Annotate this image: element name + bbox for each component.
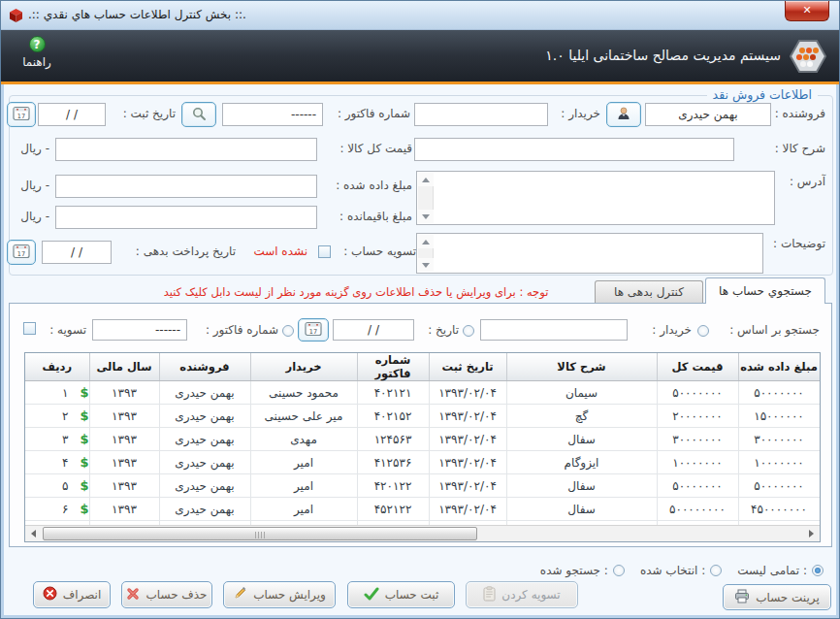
search-settled-checkbox[interactable]: [23, 322, 36, 335]
table-row[interactable]: $۳ ۱۳۹۳ بهمن حیدری مهدی ۱۲۴۵۶۳ ۱۳۹۳/۰۲/۰…: [25, 428, 820, 451]
remaining-amount-input[interactable]: [55, 206, 317, 229]
clipboard-icon: [483, 586, 496, 604]
search-date-label: تاریخ :: [428, 323, 459, 337]
sale-info-group-title: اطلاعات فروش نقد: [707, 87, 818, 102]
paid-amount-label: مبلغ داده شده :: [336, 179, 412, 192]
debt-date-calendar-button[interactable]: 17: [7, 240, 36, 265]
search-by-invoice-radio[interactable]: [282, 325, 294, 337]
dollar-icon: $: [80, 502, 88, 516]
seller-label: فروشنده :: [775, 107, 825, 120]
table-row[interactable]: $۶ ۱۳۹۳ بهمن حیدری امیر ۴۵۲۱۲۲ ۱۳۹۳/۰۲/۰…: [25, 498, 820, 521]
table-row[interactable]: $۵ ۱۳۹۳ بهمن حیدری امیر ۴۲۰۱۲۲ ۱۳۹۳/۰۲/۰…: [25, 474, 820, 498]
buyer-label: خریدار :: [561, 107, 600, 120]
paid-amount-input[interactable]: [55, 175, 317, 198]
seller-input[interactable]: بهمن حیدری: [645, 103, 771, 126]
total-price-input[interactable]: [55, 138, 317, 161]
delete-account-button[interactable]: حذف حساب: [121, 581, 212, 608]
scroll-up-icon[interactable]: [418, 173, 434, 186]
calendar-icon: 17: [13, 243, 30, 262]
invoice-number-input[interactable]: ------: [222, 103, 323, 126]
register-date-input[interactable]: / /: [38, 103, 106, 126]
accounts-table: ردیف سال مالی فروشنده خریدار شماره فاکتو…: [25, 353, 821, 542]
radio-icon[interactable]: [613, 565, 625, 576]
table-row[interactable]: $۱ ۱۳۹۳ بهمن حیدری محمود حسینی ۴۰۲۱۲۱ ۱۳…: [25, 381, 820, 405]
search-invoice-input[interactable]: ------: [92, 319, 187, 341]
settle-button[interactable]: تسویه کردن: [466, 581, 578, 608]
settlement-status-text: نشده است: [253, 244, 307, 258]
print-account-button[interactable]: پرینت حساب: [723, 584, 831, 610]
save-account-button[interactable]: ثبت حساب: [347, 581, 455, 608]
debt-payment-date-input[interactable]: / /: [42, 241, 112, 264]
app-window: .:: بخش کنترل اطلاعات حساب هاي نقدي ::. …: [0, 0, 840, 619]
search-by-buyer-radio[interactable]: [697, 325, 709, 337]
search-settled-label: تسویه :: [49, 323, 86, 337]
address-textarea[interactable]: [416, 171, 775, 225]
window-cube-icon: [9, 8, 23, 26]
search-by-date-radio[interactable]: [463, 325, 474, 337]
filter-selected[interactable]: : انتخاب شده: [640, 564, 722, 577]
calendar-icon: 17: [305, 320, 322, 340]
debt-payment-date-label: تاریخ پرداخت بدهی :: [136, 244, 236, 258]
scroll-up-icon[interactable]: [418, 235, 434, 248]
address-scrollbar[interactable]: [418, 173, 434, 223]
scroll-down-icon[interactable]: [418, 210, 434, 223]
close-button[interactable]: ✕: [785, 1, 829, 21]
scroll-down-icon[interactable]: [418, 258, 434, 272]
search-buyer-label: خریدار :: [652, 323, 692, 337]
search-buyer-input[interactable]: [480, 319, 628, 341]
register-date-label: تاریخ ثبت :: [123, 107, 176, 120]
col-header-paid[interactable]: مبلغ داده شده: [738, 353, 820, 381]
tab-search-accounts[interactable]: جستجوي حساب ها: [705, 277, 825, 304]
filter-all-list[interactable]: : تمامی لیست: [737, 564, 824, 577]
scrollbar-thumb[interactable]: [43, 527, 477, 540]
notes-scrollbar[interactable]: [418, 235, 434, 272]
close-icon: ✕: [802, 4, 811, 16]
remaining-amount-label: مبلغ باقیمانده :: [339, 210, 412, 223]
edit-account-button[interactable]: ویرایش حساب: [223, 581, 336, 608]
select-buyer-button[interactable]: [606, 102, 641, 127]
col-header-seller[interactable]: فروشنده: [159, 353, 250, 381]
notes-textarea[interactable]: [416, 233, 763, 274]
invoice-number-label: شماره فاکتور :: [338, 107, 410, 120]
cancel-button[interactable]: انصراف: [33, 581, 111, 608]
table-row[interactable]: $۲ ۱۳۹۳ بهمن حیدری میر علی حسینی ۴۰۲۱۵۲ …: [25, 405, 820, 428]
goods-desc-label: شرح کالا :: [775, 142, 825, 155]
filter-searched[interactable]: : جستجو شده: [540, 564, 625, 577]
radio-icon[interactable]: [710, 565, 722, 576]
table-row[interactable]: $۴ ۱۳۹۳ بهمن حیدری امیر ۴۱۲۵۳۶ ۱۳۹۳/۰۲/۰…: [25, 451, 820, 474]
col-header-row-number[interactable]: ردیف: [25, 353, 89, 381]
help-button[interactable]: ? راهنما: [15, 36, 59, 69]
radio-icon[interactable]: [812, 565, 824, 576]
red-x-icon: [126, 587, 140, 603]
app-header: سیستم مدیریت مصالح ساختمانی ایلیا ۱.۰ ? …: [1, 30, 839, 84]
search-date-calendar-button[interactable]: 17: [298, 318, 329, 342]
paid-rial-suffix: - ریال: [20, 179, 49, 192]
calendar-icon: 17: [13, 105, 30, 124]
list-filter-group: : تمامی لیست : انتخاب شده : جستجو شده: [540, 564, 824, 577]
person-icon: [616, 106, 631, 124]
goods-desc-input[interactable]: [414, 138, 734, 161]
col-header-invoice[interactable]: شماره فاکتور: [357, 353, 429, 381]
settlement-checkbox[interactable]: [318, 245, 331, 258]
search-invoice-button[interactable]: [181, 102, 216, 127]
scroll-right-icon[interactable]: [803, 526, 820, 541]
svg-text:17: 17: [309, 328, 317, 336]
app-logo-hexagon-icon: [789, 39, 827, 77]
buyer-input[interactable]: [414, 103, 548, 126]
scroll-left-icon[interactable]: [25, 526, 42, 541]
help-label: راهنما: [15, 55, 59, 69]
search-by-label: جستجو بر اساس :: [729, 323, 820, 337]
accounts-grid: ردیف سال مالی فروشنده خریدار شماره فاکتو…: [24, 352, 821, 542]
register-date-calendar-button[interactable]: 17: [7, 102, 36, 127]
help-icon: ?: [29, 36, 46, 52]
col-header-fiscal-year[interactable]: سال مالی: [89, 353, 159, 381]
address-label: آدرس :: [790, 175, 825, 188]
total-price-rial-suffix: - ریال: [20, 142, 49, 155]
grid-horizontal-scrollbar[interactable]: [25, 525, 820, 541]
col-header-date[interactable]: تاریخ ثبت: [429, 353, 506, 381]
col-header-goods[interactable]: شرح کالا: [506, 353, 657, 381]
col-header-buyer[interactable]: خریدار: [250, 353, 357, 381]
search-date-input[interactable]: / /: [333, 319, 414, 341]
tab-debt-control[interactable]: کنترل بدهی ها: [595, 280, 703, 304]
col-header-total[interactable]: قیمت کل: [657, 353, 738, 381]
